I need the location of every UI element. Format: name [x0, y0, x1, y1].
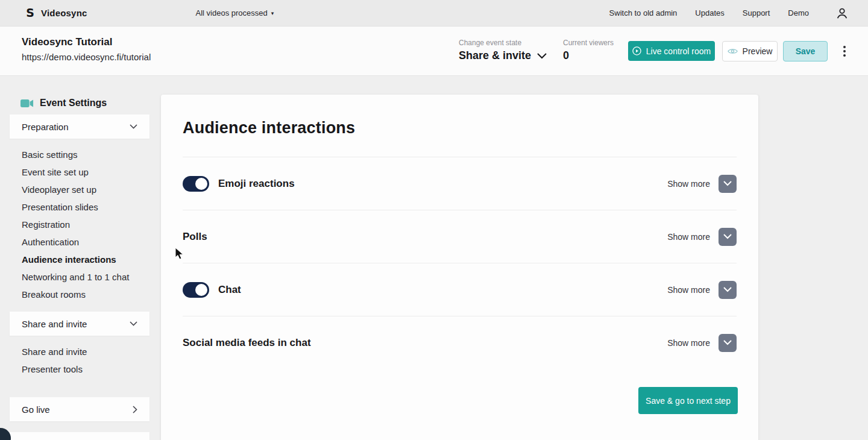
user-icon: [835, 7, 849, 20]
sidebar-item-basic-settings[interactable]: Basic settings: [10, 146, 149, 163]
chat-toggle[interactable]: [183, 282, 209, 298]
show-more-link[interactable]: Show more: [667, 338, 710, 348]
link-support[interactable]: Support: [743, 8, 770, 17]
live-control-room-button[interactable]: Live control room: [628, 41, 715, 61]
expand-button[interactable]: [719, 334, 737, 352]
event-header: Videosync Tutorial https://demo.videosyn…: [0, 27, 868, 76]
svg-text:S: S: [26, 7, 34, 19]
preparation-items: Basic settings Event site set up Videopl…: [10, 139, 149, 312]
video-camera-icon: [20, 99, 34, 108]
sidebar-item-breakout-rooms[interactable]: Breakout rooms: [10, 286, 149, 303]
save-button-label: Save: [796, 46, 816, 56]
event-title-block: Videosync Tutorial https://demo.videosyn…: [22, 36, 151, 62]
row-label: Polls: [183, 231, 207, 243]
chevron-right-icon: [133, 406, 137, 413]
show-more-link[interactable]: Show more: [667, 179, 710, 189]
audience-interactions-panel: Audience interactions Emoji reactions Sh…: [161, 95, 758, 440]
sidebar-item-videoplayer-set-up[interactable]: Videoplayer set up: [10, 181, 149, 198]
sidebar-item-share-and-invite[interactable]: Share and invite: [10, 343, 149, 360]
account-button[interactable]: [835, 7, 849, 20]
chevron-down-icon: [130, 321, 137, 326]
panel-header: Audience interactions: [161, 95, 758, 157]
play-circle-icon: [632, 46, 641, 55]
brand-logo-icon: S: [24, 7, 36, 19]
expand-button[interactable]: [719, 281, 737, 299]
viewers-label: Current viewers: [563, 39, 614, 47]
show-more-link[interactable]: Show more: [667, 232, 710, 242]
sidebar-item-registration[interactable]: Registration: [10, 216, 149, 233]
section-label: Go live: [22, 404, 50, 415]
preview-button[interactable]: Preview: [722, 41, 778, 61]
brand[interactable]: S Videosync: [24, 7, 87, 19]
toggle-knob: [195, 178, 207, 190]
link-switch-old-admin[interactable]: Switch to old admin: [609, 8, 678, 17]
row-chat: Chat Show more: [183, 263, 737, 316]
chevron-down-icon: [723, 287, 732, 292]
row-social-media-feeds: Social media feeds in chat Show more: [183, 316, 737, 369]
event-state-block: Change event state Share & invite: [459, 39, 547, 62]
sidebar-section-go-live[interactable]: Go live: [10, 397, 149, 421]
sidebar-item-presenter-tools[interactable]: Presenter tools: [10, 360, 149, 378]
topbar-links: Switch to old admin Updates Support Demo: [609, 7, 849, 20]
sidebar-section-edit[interactable]: Edit: [10, 432, 149, 440]
panel-title: Audience interactions: [183, 119, 737, 137]
sidebar-title-label: Event Settings: [40, 98, 107, 108]
eye-icon: [728, 48, 738, 55]
row-emoji-reactions: Emoji reactions Show more: [183, 157, 737, 210]
save-button[interactable]: Save: [783, 41, 828, 61]
feature-rows: Emoji reactions Show more Polls Show mor…: [183, 157, 737, 369]
chevron-down-icon: [723, 340, 732, 345]
sidebar-item-event-site-set-up[interactable]: Event site set up: [10, 163, 149, 181]
sidebar-section-share-and-invite[interactable]: Share and invite: [10, 312, 149, 336]
chevron-down-icon: [723, 181, 732, 186]
toggle-knob: [195, 284, 207, 296]
row-label: Chat: [218, 284, 241, 296]
share-invite-items: Share and invite Presenter tools: [10, 336, 149, 386]
preview-button-label: Preview: [743, 46, 773, 56]
chevron-down-icon: [537, 53, 547, 59]
event-state-dropdown[interactable]: Share & invite: [459, 49, 547, 62]
save-and-next-step-button[interactable]: Save & go to next step: [638, 387, 738, 414]
show-more-link[interactable]: Show more: [667, 285, 710, 295]
videos-processed-label: All videos processed: [196, 8, 268, 17]
more-options-kebab-icon[interactable]: [838, 41, 851, 61]
panel-footer: Save & go to next step: [161, 387, 738, 414]
sidebar: Event Settings Preparation Basic setting…: [10, 90, 149, 440]
viewers-count: 0: [563, 49, 614, 62]
event-state-label: Change event state: [459, 39, 547, 47]
chevron-down-icon: [723, 234, 732, 239]
row-label: Emoji reactions: [218, 178, 295, 190]
sidebar-item-audience-interactions[interactable]: Audience interactions: [10, 251, 149, 268]
live-button-label: Live control room: [646, 46, 711, 56]
link-demo[interactable]: Demo: [788, 8, 809, 17]
event-url[interactable]: https://demo.videosync.fi/tutorial: [22, 52, 151, 62]
sidebar-item-networking-1to1-chat[interactable]: Networking and 1 to 1 chat: [10, 268, 149, 286]
emoji-reactions-toggle[interactable]: [183, 176, 209, 192]
sidebar-item-presentation-slides[interactable]: Presentation slides: [10, 198, 149, 216]
row-polls: Polls Show more: [183, 210, 737, 263]
page-title: Videosync Tutorial: [22, 36, 151, 48]
link-updates[interactable]: Updates: [695, 8, 724, 17]
sidebar-item-authentication[interactable]: Authentication: [10, 233, 149, 251]
row-label: Social media feeds in chat: [183, 337, 311, 349]
topbar: S Videosync All videos processed ▾ Switc…: [0, 0, 868, 27]
videos-processed-dropdown[interactable]: All videos processed ▾: [196, 8, 274, 17]
sidebar-title: Event Settings: [10, 90, 149, 115]
section-label: Share and invite: [22, 319, 87, 329]
caret-down-icon: ▾: [271, 10, 274, 16]
current-viewers-block: Current viewers 0: [563, 39, 614, 62]
brand-name: Videosync: [41, 8, 87, 18]
expand-button[interactable]: [719, 175, 737, 193]
chevron-down-icon: [130, 124, 137, 129]
section-label: Preparation: [22, 122, 69, 132]
sidebar-section-preparation[interactable]: Preparation: [10, 115, 149, 139]
expand-button[interactable]: [719, 228, 737, 246]
event-state-value: Share & invite: [459, 49, 531, 62]
save-next-label: Save & go to next step: [646, 396, 731, 406]
